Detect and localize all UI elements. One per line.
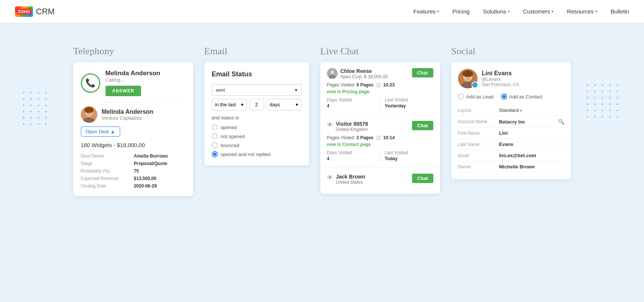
chevron-down-icon: ▾ bbox=[295, 87, 297, 93]
nav-item-bulletin[interactable]: Bulletin bbox=[611, 8, 629, 15]
twitter-icon: 🐦 bbox=[471, 82, 478, 88]
navbar: ZOHO CRM Features ▾ Pricing Solutions ▾ … bbox=[0, 0, 644, 23]
bulletin-link[interactable]: Bulletin bbox=[611, 8, 629, 15]
svg-point-15 bbox=[463, 70, 473, 77]
radio-group: opened not opened bounced opened and not… bbox=[212, 124, 302, 157]
chat-company-1: United Kingdom bbox=[336, 127, 368, 132]
layout-row: Layout Standard ▾ bbox=[458, 105, 564, 116]
social-avatar: 🐦 bbox=[458, 69, 477, 88]
nav-item-customers[interactable]: Customers ▾ bbox=[523, 8, 554, 15]
nav-item-resources[interactable]: Resources ▾ bbox=[567, 8, 597, 15]
caller-name: Melinda Anderson bbox=[106, 70, 186, 77]
deal-amount: 180 Widgets - $18,000,00 bbox=[81, 142, 186, 148]
eye-icon-2: 👁 bbox=[327, 174, 333, 181]
chat-company-2: United States bbox=[336, 180, 366, 185]
pages-count-0: 5 Pages bbox=[357, 82, 373, 88]
chat-item-0: Chloe Reese Apex Corp, $ 38,000,00 Chat … bbox=[320, 62, 440, 115]
chat-button-0[interactable]: Chat bbox=[412, 68, 433, 77]
chevron-down-icon: ▾ bbox=[437, 9, 439, 13]
add-as-lead-option[interactable]: Add as Lead bbox=[458, 94, 494, 100]
time-number-input[interactable]: 2 bbox=[249, 99, 264, 110]
chat-name-1: Visitor 80578 bbox=[336, 121, 368, 127]
radio-circle-contact bbox=[501, 94, 507, 100]
email-value: lini.es@bet.com bbox=[499, 153, 564, 158]
days-visited-1: Days Visited 4 bbox=[327, 150, 376, 161]
chat-user-details-2: Jack Brown United States bbox=[336, 174, 366, 185]
zoho-logo-icon: ZOHO bbox=[15, 6, 33, 17]
radio-bounced[interactable]: bounced bbox=[212, 142, 302, 148]
chat-company-0: Apex Corp, $ 38,000,00 bbox=[341, 74, 388, 79]
meta-divider-0 bbox=[380, 97, 380, 109]
radio-circle-bounced bbox=[212, 142, 218, 148]
add-as-contact-option[interactable]: Add as Contact bbox=[501, 94, 543, 100]
closing-date-value: 2020-06-29 bbox=[134, 183, 186, 189]
clock-icon-0: 🕐 bbox=[376, 83, 381, 88]
closing-date-label: Closing Date bbox=[81, 183, 132, 189]
chevron-down-icon: ▾ bbox=[595, 9, 597, 13]
deal-owner-label: Deal Owner bbox=[81, 153, 132, 159]
telephony-label: Telephony bbox=[73, 46, 193, 57]
radio-opened[interactable]: opened bbox=[212, 124, 302, 130]
chat-header-0: Chloe Reese Apex Corp, $ 38,000,00 Chat bbox=[327, 68, 433, 79]
time-filter-select[interactable]: in the last ▾ bbox=[212, 99, 247, 110]
social-handle: @Levans bbox=[482, 77, 519, 82]
chevron-down-icon: ▾ bbox=[520, 109, 522, 113]
phone-icon: 📞 bbox=[81, 73, 100, 93]
chat-stats-0: Pages Visited 5 Pages 🕐 10:23 bbox=[327, 82, 433, 88]
contact-company: Ventura Capitalists bbox=[102, 115, 153, 121]
open-deal-button[interactable]: Open Deal ▲ bbox=[81, 126, 120, 137]
deal-owner-value: Amella Burrows bbox=[134, 153, 186, 159]
chat-button-1[interactable]: Chat bbox=[412, 121, 433, 130]
time-filter-row: in the last ▾ 2 days ▾ bbox=[212, 99, 302, 110]
last-visited-1: Last Visited Today bbox=[385, 150, 433, 161]
livechat-label: Live Chat bbox=[320, 46, 440, 57]
first-name-row: First Name Lini bbox=[458, 128, 564, 139]
meta-divider-1 bbox=[380, 150, 380, 161]
chat-user-info-2: 👁 Jack Brown United States bbox=[327, 174, 366, 185]
status-select[interactable]: sent ▾ bbox=[212, 84, 302, 96]
search-icon[interactable]: 🔍 bbox=[558, 119, 564, 125]
divider bbox=[81, 102, 186, 103]
social-location: San Francisco, CA bbox=[482, 82, 519, 87]
social-user-info: Lini Evans @Levans San Francisco, CA bbox=[482, 70, 519, 87]
answer-button[interactable]: ANSWER bbox=[106, 86, 141, 96]
pricing-link[interactable]: Pricing bbox=[452, 8, 470, 15]
solutions-link[interactable]: Solutions ▾ bbox=[483, 8, 510, 15]
contact-avatar bbox=[81, 106, 97, 123]
time-unit-select[interactable]: days ▾ bbox=[266, 99, 302, 110]
account-name-value: Betacry Inc bbox=[499, 119, 553, 125]
current-page-1: now in Contact page bbox=[327, 142, 433, 147]
contact-name: Melinda Anderson bbox=[102, 109, 153, 115]
chat-button-2[interactable]: Chat bbox=[412, 174, 433, 183]
time-val-1: 10:14 bbox=[383, 135, 395, 140]
account-name-label: Account Name bbox=[458, 119, 495, 124]
nav-item-features[interactable]: Features ▾ bbox=[413, 8, 439, 15]
chat-user-info-1: 👁 Visitor 80578 United Kingdom bbox=[327, 121, 368, 132]
email-title: Email Status bbox=[212, 70, 302, 78]
telephony-card: 📞 Melinda Anderson Calling... ANSWER bbox=[73, 62, 193, 196]
customers-link[interactable]: Customers ▾ bbox=[523, 8, 554, 15]
eye-icon-1: 👁 bbox=[327, 122, 333, 128]
svg-point-6 bbox=[85, 107, 94, 113]
social-header: 🐦 Lini Evans @Levans San Francisco, CA bbox=[458, 69, 564, 88]
radio-opened-not-replied[interactable]: opened and not replied bbox=[212, 151, 302, 157]
probability-value: 75 bbox=[134, 168, 186, 174]
nav-item-solutions[interactable]: Solutions ▾ bbox=[483, 8, 510, 15]
clock-icon-1: 🕐 bbox=[376, 135, 381, 140]
last-name-label: Last Name bbox=[458, 142, 495, 147]
resources-link[interactable]: Resources ▾ bbox=[567, 8, 597, 15]
livechat-card: Chloe Reese Apex Corp, $ 38,000,00 Chat … bbox=[320, 62, 440, 194]
radio-circle-opened-not-replied bbox=[212, 151, 218, 157]
logo-area: ZOHO CRM bbox=[15, 6, 55, 17]
email-card: Email Status sent ▾ in the last ▾ 2 days… bbox=[204, 62, 309, 165]
nav-item-pricing[interactable]: Pricing bbox=[452, 8, 470, 15]
chat-name-0: Chloe Reese bbox=[341, 68, 388, 74]
owner-label: Owner bbox=[458, 164, 495, 170]
chevron-down-icon: ▾ bbox=[508, 9, 510, 13]
chat-user-details-0: Chloe Reese Apex Corp, $ 38,000,00 bbox=[341, 68, 388, 79]
chat-stats-1: Pages Visited 2 Pages 🕐 10:14 bbox=[327, 135, 433, 140]
radio-not-opened[interactable]: not opened bbox=[212, 133, 302, 139]
features-link[interactable]: Features ▾ bbox=[413, 8, 439, 15]
pages-label-1: Pages Visited bbox=[327, 135, 354, 140]
caller-status: Calling... bbox=[106, 77, 186, 83]
